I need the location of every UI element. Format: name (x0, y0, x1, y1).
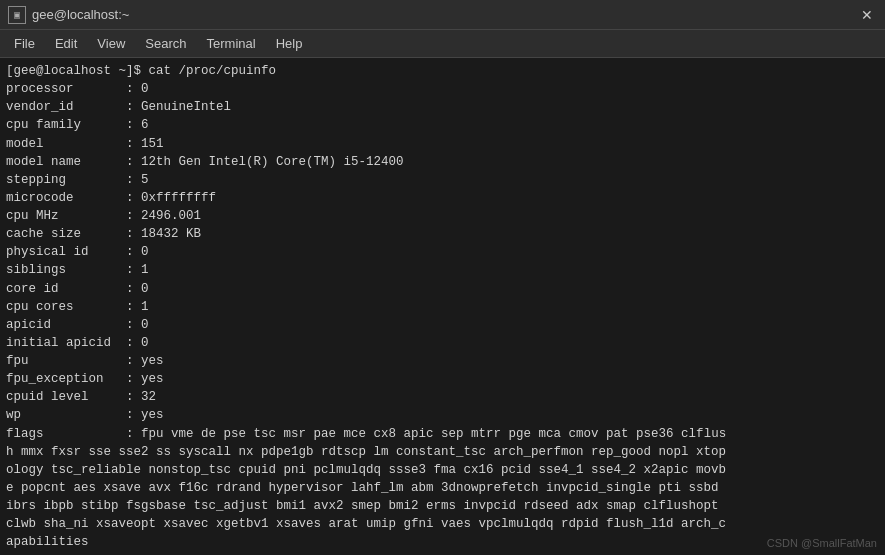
terminal-line: ibrs ibpb stibp fsgsbase tsc_adjust bmi1… (6, 497, 879, 515)
terminal-line: apicid : 0 (6, 316, 879, 334)
terminal-line: cpuid level : 32 (6, 388, 879, 406)
menu-search[interactable]: Search (135, 34, 196, 53)
terminal-line: clwb sha_ni xsaveopt xsavec xgetbv1 xsav… (6, 515, 879, 533)
terminal-line: cache size : 18432 KB (6, 225, 879, 243)
terminal-line: physical id : 0 (6, 243, 879, 261)
menu-edit[interactable]: Edit (45, 34, 87, 53)
terminal-line: h mmx fxsr sse sse2 ss syscall nx pdpe1g… (6, 443, 879, 461)
terminal-line: wp : yes (6, 406, 879, 424)
terminal-line: cpu family : 6 (6, 116, 879, 134)
titlebar: ▣ gee@localhost:~ ✕ (0, 0, 885, 30)
terminal-line: e popcnt aes xsave avx f16c rdrand hyper… (6, 479, 879, 497)
terminal-line: initial apicid : 0 (6, 334, 879, 352)
menu-terminal[interactable]: Terminal (197, 34, 266, 53)
terminal-line: model name : 12th Gen Intel(R) Core(TM) … (6, 153, 879, 171)
terminal-line: cpu MHz : 2496.001 (6, 207, 879, 225)
titlebar-title: gee@localhost:~ (32, 7, 129, 22)
close-button[interactable]: ✕ (857, 7, 877, 23)
menubar: File Edit View Search Terminal Help (0, 30, 885, 58)
terminal-line: core id : 0 (6, 280, 879, 298)
terminal-line: ology tsc_reliable nonstop_tsc cpuid pni… (6, 461, 879, 479)
titlebar-left: ▣ gee@localhost:~ (8, 6, 129, 24)
terminal-line: flags : fpu vme de pse tsc msr pae mce c… (6, 425, 879, 443)
terminal-line: fpu : yes (6, 352, 879, 370)
terminal-line: processor : 0 (6, 80, 879, 98)
watermark: CSDN @SmallFatMan (767, 537, 877, 549)
terminal-line: cpu cores : 1 (6, 298, 879, 316)
terminal-output: processor : 0vendor_id : GenuineIntelcpu… (6, 80, 879, 551)
menu-view[interactable]: View (87, 34, 135, 53)
window-icon: ▣ (8, 6, 26, 24)
terminal-window: ▣ gee@localhost:~ ✕ File Edit View Searc… (0, 0, 885, 555)
terminal-line: microcode : 0xffffffff (6, 189, 879, 207)
terminal-line: stepping : 5 (6, 171, 879, 189)
terminal-line: fpu_exception : yes (6, 370, 879, 388)
terminal-line: siblings : 1 (6, 261, 879, 279)
terminal-line: vendor_id : GenuineIntel (6, 98, 879, 116)
menu-file[interactable]: File (4, 34, 45, 53)
menu-help[interactable]: Help (266, 34, 313, 53)
terminal-line: model : 151 (6, 135, 879, 153)
terminal-line: apabilities (6, 533, 879, 551)
terminal-body[interactable]: [gee@localhost ~]$ cat /proc/cpuinfo pro… (0, 58, 885, 555)
prompt-line: [gee@localhost ~]$ cat /proc/cpuinfo (6, 62, 879, 80)
